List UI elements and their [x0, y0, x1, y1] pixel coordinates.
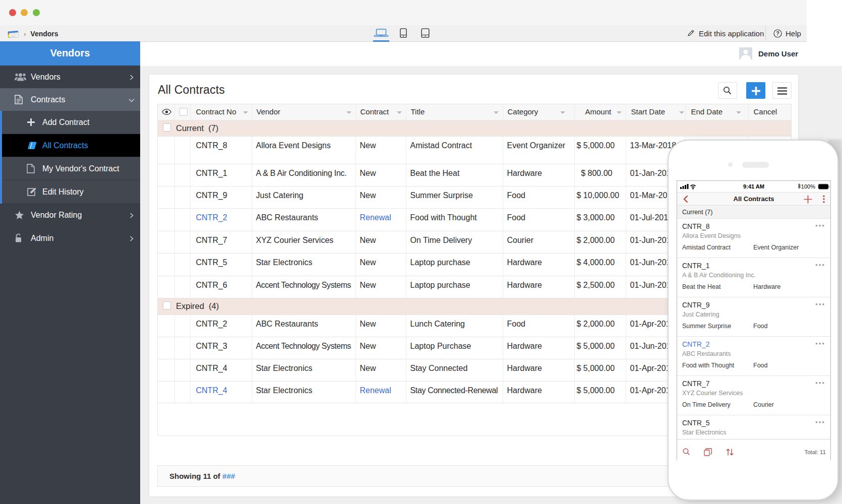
svg-text:?: ? [776, 31, 779, 36]
